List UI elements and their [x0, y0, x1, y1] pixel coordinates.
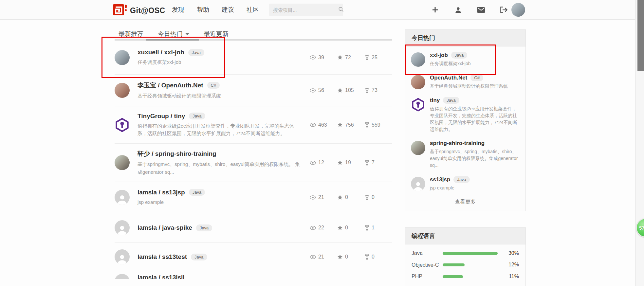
eye-icon	[310, 161, 316, 165]
language-badge: Java	[189, 113, 205, 119]
project-name[interactable]: 轩少 / spring-shiro-training	[138, 150, 216, 158]
project-row[interactable]: lamsla / java-spike Java 22 0 1	[115, 213, 392, 243]
project-name[interactable]: lamsla / ss13jsll	[138, 274, 185, 279]
tab-latest-recommended[interactable]: 最新推荐	[119, 30, 143, 38]
project-name[interactable]: xuxueli / xxl-job	[138, 49, 184, 56]
tab-today-hot[interactable]: 今日热门	[158, 30, 189, 38]
brand[interactable]: Git@OSC	[113, 3, 165, 18]
user-avatar[interactable]	[511, 3, 525, 17]
hot-project-description: 基于经典领域驱动设计的权限管理系统	[430, 83, 520, 90]
search-icon[interactable]	[338, 7, 344, 13]
plus-icon[interactable]	[431, 6, 439, 14]
star-stat: 756	[337, 122, 365, 128]
fork-icon	[365, 55, 369, 60]
browser-scrollbar[interactable]	[635, 0, 644, 286]
tiny-logo-avatar[interactable]	[115, 117, 130, 133]
hot-project-name[interactable]: xxl-job	[430, 52, 448, 59]
language-percent: 11%	[503, 274, 519, 279]
language-row: Java 30%	[405, 247, 525, 259]
project-name[interactable]: TinyGroup / tiny	[138, 113, 185, 120]
view-more-link[interactable]: 查看更多	[405, 195, 525, 211]
language-badge: Java	[453, 176, 469, 183]
default-avatar[interactable]	[115, 190, 130, 205]
project-row[interactable]: 轩少 / spring-shiro-training 基于springmvc、s…	[115, 144, 392, 182]
nav-link-community[interactable]: 社区	[247, 6, 259, 14]
watch-stat: 56	[310, 87, 337, 93]
star-stat: 19	[337, 160, 365, 166]
project-stats: 463 756 559	[310, 122, 392, 128]
tiny-logo-avatar[interactable]	[411, 98, 425, 112]
hot-project-name[interactable]: OpenAuth.Net	[430, 75, 467, 81]
project-name[interactable]: 李玉宝 / OpenAuth.Net	[138, 81, 203, 90]
default-avatar[interactable]	[115, 274, 130, 279]
language-badge: Java	[451, 52, 467, 59]
top-navbar: Git@OSC 发现 帮助 建议 社区	[0, 0, 635, 20]
star-icon	[337, 225, 343, 231]
today-hot-panel: 今日热门 xxl-job Java 任务调度框架xxl-job OpenAuth…	[405, 29, 526, 211]
eye-icon	[310, 255, 316, 259]
language-badge: Java	[191, 254, 207, 260]
language-label: Objective-C	[412, 261, 443, 269]
mail-icon[interactable]	[477, 6, 485, 14]
watch-stat: 21	[310, 254, 337, 260]
watch-stat: 463	[310, 122, 337, 128]
project-row[interactable]: TinyGroup / tiny Java 值得拥有的企业级j2ee应用开发框架…	[115, 106, 392, 144]
hot-item[interactable]: ss13jsp Java jsp example	[405, 172, 525, 195]
hot-project-description: 基于springmvc、spring、mybatis、shiro、easyui简…	[430, 148, 520, 169]
chevron-down-icon[interactable]	[185, 33, 189, 35]
default-avatar[interactable]	[115, 220, 130, 235]
project-avatar[interactable]	[411, 52, 425, 67]
project-name[interactable]: lamsla / java-spike	[138, 224, 192, 231]
language-percent: 30%	[503, 250, 519, 256]
project-avatar[interactable]	[411, 141, 425, 155]
nav-link-help[interactable]: 帮助	[197, 6, 209, 14]
hot-project-name[interactable]: tiny	[430, 97, 440, 104]
project-row-partial[interactable]: lamsla / ss13jsll	[115, 271, 392, 279]
hot-project-name[interactable]: spring-shiro-training	[430, 140, 485, 147]
project-row[interactable]: xuxueli / xxl-job Java 任务调度框架xxl-job 39 …	[115, 41, 392, 75]
language-bar	[443, 252, 498, 255]
nav-link-suggest[interactable]: 建议	[222, 6, 234, 14]
tab-recently-updated[interactable]: 最近更新	[204, 30, 229, 38]
default-avatar[interactable]	[411, 177, 425, 191]
fork-icon	[365, 254, 369, 260]
project-row[interactable]: lamsla / ss13test Java 21 0 0	[115, 243, 392, 271]
hot-item[interactable]: OpenAuth.Net C# 基于经典领域驱动设计的权限管理系统	[405, 70, 525, 93]
language-badge: C#	[207, 82, 220, 89]
search-box[interactable]	[269, 4, 343, 16]
project-stats: 22 0 1	[310, 225, 392, 231]
star-stat: 0	[337, 194, 365, 200]
project-avatar[interactable]	[411, 75, 425, 89]
eye-icon	[310, 195, 316, 200]
language-badge: Java	[443, 97, 459, 104]
nav-link-discover[interactable]: 发现	[172, 6, 184, 14]
fork-icon	[365, 195, 369, 200]
languages-panel: 编程语言 Java 30% Objective-C 12% PHP 11%	[405, 227, 526, 286]
project-row[interactable]: lamsla / ss13jsp Java jsp example 21 0 0	[115, 182, 392, 213]
project-row[interactable]: 李玉宝 / OpenAuth.Net C# 基于经典领域驱动设计的权限管理系统 …	[115, 75, 392, 106]
today-hot-title: 今日热门	[405, 30, 525, 46]
project-avatar[interactable]	[115, 83, 130, 98]
hot-project-name[interactable]: ss13jsp	[430, 176, 450, 183]
star-icon	[337, 195, 343, 200]
signout-icon[interactable]	[500, 6, 508, 14]
hot-item[interactable]: spring-shiro-training 基于springmvc、spring…	[405, 136, 525, 172]
project-avatar[interactable]	[115, 50, 130, 65]
hot-item[interactable]: xxl-job Java 任务调度框架xxl-job	[405, 46, 525, 70]
watch-stat: 39	[310, 55, 337, 61]
hot-item[interactable]: tiny Java 值得拥有的企业级j2ee应用开发框架套件，专业团队开发，完整…	[405, 93, 525, 136]
user-icon[interactable]	[454, 6, 462, 14]
project-stats: 12 19 7	[310, 160, 392, 166]
fork-icon	[365, 160, 369, 166]
default-avatar[interactable]	[115, 249, 130, 264]
search-input[interactable]	[273, 7, 338, 13]
project-name[interactable]: lamsla / ss13jsp	[138, 189, 185, 196]
project-description: jsp example	[138, 198, 303, 206]
star-stat: 0	[337, 225, 365, 231]
project-name[interactable]: lamsla / ss13test	[138, 253, 187, 260]
project-avatar[interactable]	[115, 155, 130, 170]
feed-tabbar: 最新推荐 今日热门 最近更新	[115, 29, 392, 41]
scrollbar-thumb[interactable]	[637, 0, 644, 71]
hot-project-description: 值得拥有的企业级j2ee应用开发框架套件，专业团队开发，完整的生态体系，活跃的社…	[430, 105, 520, 133]
fork-stat: 25	[365, 55, 392, 61]
